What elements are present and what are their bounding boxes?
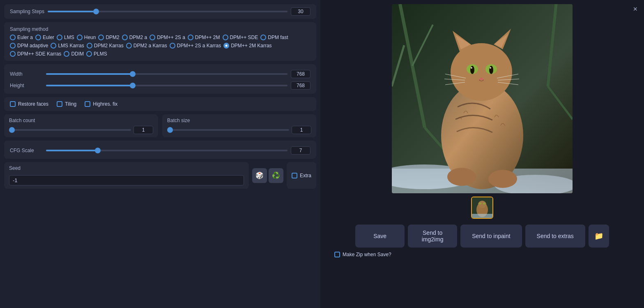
seed-section: Seed [4, 162, 249, 189]
batch-size-slider[interactable] [167, 129, 289, 131]
sampling-steps-section: Sampling Steps 30 [4, 4, 316, 19]
radio-euler-a[interactable]: Euler a [10, 35, 33, 40]
radio-dpmadaptive[interactable]: DPM adaptive [10, 43, 48, 49]
extra-label: Extra [300, 173, 311, 178]
cfg-scale-value: 7 [291, 146, 310, 155]
cfg-scale-section: CFG Scale 7 [4, 141, 316, 159]
seed-label: Seed [9, 165, 244, 171]
width-slider[interactable] [46, 73, 288, 75]
send-img2img-button[interactable]: Send toimg2img [408, 225, 457, 248]
batch-size-section: Batch size 1 [162, 114, 316, 137]
radio-lmskarras[interactable]: LMS Karras [51, 43, 84, 49]
radio-dpmfast[interactable]: DPM fast [260, 35, 288, 40]
highres-fix-checkbox[interactable] [85, 101, 90, 107]
svg-point-34 [479, 203, 481, 204]
radio-dpm2[interactable]: DPM2 [98, 35, 119, 40]
height-label: Height [10, 83, 43, 88]
options-section: Restore faces Tiling Highres. fix [4, 97, 316, 111]
send-inpaint-button[interactable]: Send to inpaint [460, 225, 522, 248]
svg-point-33 [478, 201, 486, 208]
width-label: Width [10, 71, 43, 77]
thumbnails-row [471, 197, 493, 219]
svg-point-35 [483, 203, 485, 204]
radio-dpmsdekarras[interactable]: DPM++ SDE Karras [10, 51, 61, 57]
highres-fix-label: Highres. fix [93, 101, 117, 107]
sampling-steps-label: Sampling Steps [10, 9, 44, 14]
left-panel: Sampling Steps 30 Sampling method Euler … [0, 0, 320, 308]
height-value: 768 [291, 81, 310, 90]
make-zip-row: Make Zip when Save? [334, 252, 630, 257]
width-value: 768 [291, 70, 310, 78]
tiling-option[interactable]: Tiling [57, 101, 76, 107]
make-zip-option[interactable]: Make Zip when Save? [334, 252, 391, 257]
radio-ddim[interactable]: DDIM [64, 51, 84, 57]
batch-count-value: 1 [133, 126, 153, 134]
action-buttons: Save Send toimg2img Send to inpaint Send… [334, 225, 630, 248]
radio-plms[interactable]: PLMS [86, 51, 107, 57]
radio-dpm2a[interactable]: DPM2 a [122, 35, 147, 40]
svg-point-18 [470, 66, 474, 74]
height-slider[interactable] [46, 85, 288, 86]
restore-faces-label: Restore faces [18, 101, 48, 107]
svg-rect-36 [472, 214, 492, 218]
radio-dpmsde[interactable]: DPM++ SDE [223, 35, 258, 40]
extra-option[interactable]: Extra [292, 173, 311, 178]
folder-icon: 📁 [594, 232, 603, 240]
sampling-method-section: Sampling method Euler a Euler LMS Heun D… [4, 22, 316, 61]
batch-count-label: Batch count [9, 118, 153, 123]
width-section: Width 768 Height 768 [4, 64, 316, 94]
highres-fix-option[interactable]: Highres. fix [85, 101, 117, 107]
batch-size-value: 1 [292, 126, 311, 134]
make-zip-checkbox[interactable] [334, 252, 340, 257]
cfg-scale-slider[interactable] [46, 150, 288, 151]
svg-point-19 [489, 66, 493, 74]
radio-dpm2mkarras[interactable]: DPM++ 2M Karras [223, 43, 271, 49]
tiling-label: Tiling [65, 101, 76, 107]
radio-dpm2akarras[interactable]: DPM2 a Karras [126, 43, 167, 49]
folder-button[interactable]: 📁 [589, 225, 609, 248]
sampling-steps-value: 30 [291, 7, 310, 16]
sampling-method-label: Sampling method [10, 26, 310, 32]
seed-row: Seed 🎲 ♻️ Extra [4, 162, 316, 189]
batch-count-slider[interactable] [9, 129, 131, 131]
sampling-steps-slider[interactable] [48, 11, 288, 12]
seed-random-button[interactable]: 🎲 [252, 168, 267, 183]
batch-count-section: Batch count 1 [4, 114, 158, 137]
thumbnail-0[interactable] [471, 197, 493, 219]
extra-checkbox[interactable] [292, 173, 297, 178]
extra-section: Extra [287, 162, 316, 189]
close-button[interactable]: × [630, 3, 641, 15]
seed-input[interactable] [9, 175, 244, 185]
batch-size-label: Batch size [167, 118, 311, 123]
right-panel: × [320, 0, 644, 308]
cat-image-svg [392, 4, 573, 193]
svg-point-29 [447, 168, 476, 186]
radio-heun[interactable]: Heun [77, 35, 96, 40]
svg-point-21 [490, 67, 491, 69]
sampling-method-group: Euler a Euler LMS Heun DPM2 DPM2 a DPM++… [10, 35, 310, 57]
batch-row: Batch count 1 Batch size 1 [4, 114, 316, 137]
radio-euler[interactable]: Euler [35, 35, 54, 40]
send-extras-button[interactable]: Send to extras [525, 225, 585, 248]
tiling-checkbox[interactable] [57, 101, 62, 107]
svg-point-11 [451, 43, 512, 101]
cfg-scale-label: CFG Scale [10, 148, 43, 153]
restore-faces-checkbox[interactable] [10, 101, 16, 107]
generated-image [392, 4, 573, 193]
seed-buttons: 🎲 ♻️ [252, 162, 283, 189]
radio-dpm2sa[interactable]: DPM++ 2S a [150, 35, 185, 40]
save-button[interactable]: Save [355, 225, 405, 248]
radio-dpm2karras[interactable]: DPM2 Karras [87, 43, 124, 49]
make-zip-label: Make Zip when Save? [343, 252, 391, 257]
svg-point-30 [488, 170, 517, 188]
svg-point-20 [471, 67, 472, 69]
seed-recycle-button[interactable]: ♻️ [269, 168, 283, 183]
radio-dpm2sakarras[interactable]: DPM++ 2S a Karras [170, 43, 221, 49]
radio-dpm2m[interactable]: DPM++ 2M [188, 35, 220, 40]
restore-faces-option[interactable]: Restore faces [10, 101, 48, 107]
radio-lms[interactable]: LMS [57, 35, 74, 40]
